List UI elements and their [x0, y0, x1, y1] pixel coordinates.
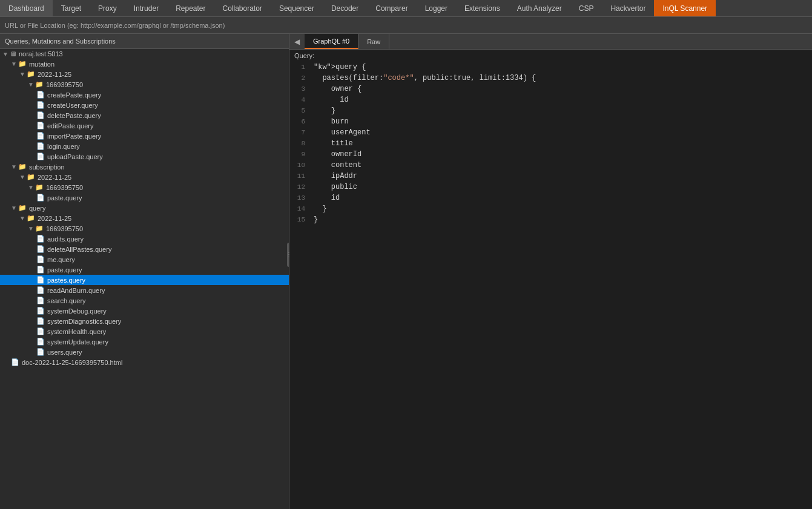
- nav-item-proxy[interactable]: Proxy: [90, 0, 125, 16]
- file-icon: 📄: [36, 132, 45, 140]
- nav-item-dashboard[interactable]: Dashboard: [0, 0, 53, 16]
- tree-item-search[interactable]: 📄search.query: [0, 295, 289, 306]
- tree-item-doc[interactable]: 📄doc-2022-11-25-1669395750.html: [0, 357, 289, 367]
- tree-item-query[interactable]: ▼📁query: [0, 203, 289, 213]
- nav-item-hackvertor[interactable]: Hackvertor: [602, 0, 654, 16]
- line-content-4[interactable]: id: [311, 94, 812, 105]
- line-content-15[interactable]: }: [311, 214, 812, 225]
- nav-item-inql-scanner[interactable]: InQL Scanner: [654, 0, 716, 16]
- nav-item-auth-analyzer[interactable]: Auth Analyzer: [509, 0, 570, 16]
- line-content-3[interactable]: owner {: [311, 84, 812, 94]
- tree-item-noraj[interactable]: ▼🖥noraj.test:5013: [0, 49, 289, 59]
- tree-label: uploadPaste.query: [47, 153, 103, 160]
- expand-icon: ▼: [19, 174, 25, 180]
- tree-label: systemDiagnostics.query: [47, 318, 121, 325]
- nav-item-repeater[interactable]: Repeater: [167, 0, 214, 16]
- tree-item-users[interactable]: 📄users.query: [0, 347, 289, 357]
- tree-item-sub-date[interactable]: ▼📁2022-11-25: [0, 172, 289, 182]
- tree-item-systemUpdate[interactable]: 📄systemUpdate.query: [0, 337, 289, 347]
- folder-icon: 📁: [18, 60, 27, 68]
- tree-item-uploadPaste[interactable]: 📄uploadPaste.query: [0, 151, 289, 162]
- code-line-14: 14 }: [289, 203, 812, 214]
- line-content-1[interactable]: "kw">query {: [311, 62, 812, 73]
- tree-item-me[interactable]: 📄me.query: [0, 254, 289, 264]
- tree-label: paste.query: [47, 266, 82, 274]
- tree-item-systemHealth[interactable]: 📄systemHealth.query: [0, 326, 289, 337]
- nav-item-logger[interactable]: Logger: [417, 0, 456, 16]
- top-navigation: DashboardTargetProxyIntruderRepeaterColl…: [0, 0, 812, 17]
- file-icon: 📄: [36, 101, 45, 109]
- nav-item-sequencer[interactable]: Sequencer: [271, 0, 323, 16]
- tree-item-paste[interactable]: 📄paste.query: [0, 264, 289, 275]
- query-label: Query:: [289, 50, 812, 62]
- expand-icon: ▼: [28, 225, 34, 232]
- nav-item-decoder[interactable]: Decoder: [323, 0, 367, 16]
- tree-item-systemDebug[interactable]: 📄systemDebug.query: [0, 306, 289, 316]
- tree-label: 1669395750: [46, 225, 83, 232]
- nav-item-target[interactable]: Target: [53, 0, 90, 16]
- tree-item-editPaste[interactable]: 📄editPaste.query: [0, 120, 289, 131]
- code-line-11: 11 ipAddr: [289, 171, 812, 182]
- code-line-12: 12 public: [289, 182, 812, 192]
- tree-item-systemDiagnostics[interactable]: 📄systemDiagnostics.query: [0, 316, 289, 326]
- code-line-7: 7 userAgent: [289, 127, 812, 138]
- tree-item-mut-date[interactable]: ▼📁2022-11-25: [0, 69, 289, 79]
- nav-item-csp[interactable]: CSP: [570, 0, 602, 16]
- line-content-7[interactable]: userAgent: [311, 127, 812, 138]
- line-content-2[interactable]: pastes(filter:"code*", public:true, limi…: [311, 73, 812, 84]
- line-content-6[interactable]: burn: [311, 116, 812, 127]
- code-line-6: 6 burn: [289, 116, 812, 127]
- tree-item-importPaste[interactable]: 📄importPaste.query: [0, 131, 289, 141]
- tab-scroll-left[interactable]: ◀: [289, 34, 305, 49]
- line-content-10[interactable]: content: [311, 160, 812, 171]
- nav-item-intruder[interactable]: Intruder: [125, 0, 167, 16]
- tab-raw[interactable]: Raw: [358, 34, 389, 49]
- line-content-14[interactable]: }: [311, 203, 812, 214]
- tree-label: 1669395750: [46, 81, 83, 88]
- tree-item-readAndBurn[interactable]: 📄readAndBurn.query: [0, 285, 289, 295]
- tree-item-sub-id[interactable]: ▼📁1669395750: [0, 182, 289, 192]
- line-content-12[interactable]: public: [311, 182, 812, 192]
- tree-item-mut-id[interactable]: ▼📁1669395750: [0, 79, 289, 90]
- tree-label: mutation: [29, 61, 54, 68]
- tree-item-login[interactable]: 📄login.query: [0, 141, 289, 151]
- line-number-2: 2: [289, 73, 311, 84]
- tree-item-subscription[interactable]: ▼📁subscription: [0, 162, 289, 172]
- folder-icon: 📁: [35, 183, 44, 191]
- tree-item-mutation[interactable]: ▼📁mutation: [0, 59, 289, 69]
- main-body: Queries, Mutations and Subscriptions ▼🖥n…: [0, 34, 812, 509]
- line-content-9[interactable]: ownerId: [311, 149, 812, 160]
- url-bar[interactable]: URL or File Location (eg: http://example…: [0, 17, 812, 34]
- tree-item-deleteAllPastes[interactable]: 📄deleteAllPastes.query: [0, 244, 289, 254]
- nav-item-collaborator[interactable]: Collaborator: [214, 0, 271, 16]
- tree-item-deletePaste[interactable]: 📄deletePaste.query: [0, 110, 289, 120]
- file-tree[interactable]: ▼🖥noraj.test:5013▼📁mutation▼📁2022-11-25▼…: [0, 49, 289, 509]
- code-editor[interactable]: 1"kw">query {2 pastes(filter:"code*", pu…: [289, 62, 812, 509]
- file-icon: 📄: [36, 91, 45, 99]
- nav-item-comparer[interactable]: Comparer: [367, 0, 416, 16]
- nav-item-extensions[interactable]: Extensions: [456, 0, 509, 16]
- line-content-8[interactable]: title: [311, 138, 812, 149]
- expand-icon: ▼: [28, 81, 34, 88]
- tree-label: me.query: [47, 256, 75, 263]
- tab-graphql--0[interactable]: GraphQL #0: [305, 34, 358, 49]
- file-icon: 📄: [36, 142, 45, 150]
- line-content-13[interactable]: id: [311, 192, 812, 203]
- tree-item-createPaste[interactable]: 📄createPaste.query: [0, 90, 289, 100]
- tree-item-createUser[interactable]: 📄createUser.query: [0, 100, 289, 110]
- file-icon: 📄: [36, 255, 45, 263]
- tree-label: systemUpdate.query: [47, 338, 108, 346]
- line-number-8: 8: [289, 138, 311, 149]
- tree-item-q-date[interactable]: ▼📁2022-11-25: [0, 213, 289, 223]
- folder-icon: 📁: [27, 70, 35, 78]
- tree-item-pastes[interactable]: 📄pastes.query: [0, 275, 289, 285]
- tree-item-q-id[interactable]: ▼📁1669395750: [0, 223, 289, 234]
- expand-icon: ▼: [28, 184, 34, 191]
- line-number-3: 3: [289, 84, 311, 94]
- line-content-5[interactable]: }: [311, 105, 812, 116]
- line-content-11[interactable]: ipAddr: [311, 171, 812, 182]
- code-line-10: 10 content: [289, 160, 812, 171]
- code-line-9: 9 ownerId: [289, 149, 812, 160]
- tree-item-paste-sub[interactable]: 📄paste.query: [0, 192, 289, 203]
- tree-item-audits[interactable]: 📄audits.query: [0, 234, 289, 244]
